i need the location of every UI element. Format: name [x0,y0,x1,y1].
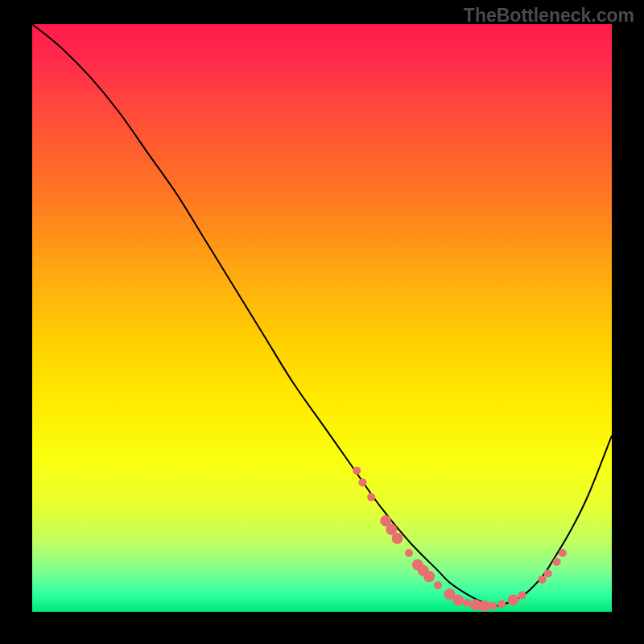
data-marker [452,594,464,605]
data-marker [423,571,435,582]
data-marker [392,533,403,544]
data-marker [497,601,506,609]
bottleneck-curve [32,24,612,606]
data-marker [367,493,375,502]
data-marker [353,467,361,475]
chart-plot-area [32,24,612,612]
data-marker [539,576,547,584]
data-marker [434,581,442,589]
data-marker [405,549,413,557]
data-marker [553,558,561,566]
data-marker [479,601,490,612]
chart-svg [32,24,612,612]
data-marker [358,478,366,486]
watermark-text: TheBottleneck.com [464,5,634,27]
data-marker [518,592,526,600]
data-marker [463,599,471,607]
data-marker [489,602,497,610]
data-marker [508,594,519,605]
data-marker [559,549,567,557]
data-marker [544,570,552,578]
